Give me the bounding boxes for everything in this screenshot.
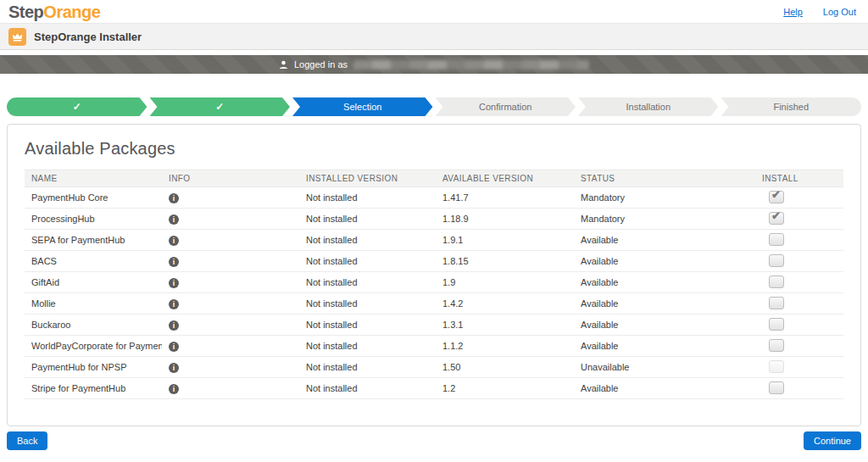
install-checkbox[interactable] [769, 318, 784, 331]
table-row: BuckarooiNot installed1.3.1Available [25, 314, 843, 336]
status-label: Available [574, 383, 709, 393]
info-cell: i [162, 320, 299, 331]
install-checkbox[interactable] [769, 212, 784, 225]
table-row: PaymentHub for NPSPiNot installed1.50Una… [25, 357, 843, 378]
wizard-step-label: Confirmation [479, 102, 531, 112]
logout-link[interactable]: Log Out [823, 7, 856, 17]
table-row: ProcessingHubiNot installed1.18.9Mandato… [25, 209, 843, 230]
install-checkbox[interactable] [769, 254, 784, 267]
wizard-step-label: Selection [343, 102, 381, 112]
installed-version: Not installed [299, 298, 436, 309]
install-cell [709, 318, 843, 332]
check-icon: ✓ [73, 101, 81, 113]
available-version: 1.41.7 [436, 192, 574, 203]
top-bar: StepOrange Help Log Out [0, 0, 868, 24]
info-cell: i [162, 277, 299, 288]
packages-table-body: PaymentHub CoreiNot installed1.41.7Manda… [25, 187, 843, 399]
available-version: 1.50 [436, 362, 574, 372]
package-name: SEPA for PaymentHub [25, 235, 162, 245]
available-version: 1.4.2 [436, 298, 574, 309]
available-version: 1.18.9 [436, 214, 574, 224]
logo-text-step: Step [8, 3, 43, 21]
info-icon[interactable]: i [169, 363, 179, 373]
info-icon[interactable]: i [169, 384, 179, 394]
package-name: BACS [25, 256, 162, 266]
installed-version: Not installed [299, 235, 436, 245]
install-cell [709, 254, 843, 269]
package-name: GiftAid [25, 277, 162, 287]
info-cell: i [162, 214, 299, 225]
available-version: 1.8.15 [436, 256, 574, 266]
status-label: Available [574, 256, 709, 266]
help-link[interactable]: Help [783, 7, 803, 17]
package-name: Mollie [25, 298, 162, 309]
info-icon[interactable]: i [169, 236, 179, 246]
status-label: Available [574, 298, 709, 309]
install-cell [709, 233, 843, 248]
packages-table: NAME INFO INSTALLED VERSION AVAILABLE VE… [25, 170, 843, 399]
status-label: Unavailable [574, 362, 709, 372]
continue-button[interactable]: Continue [804, 431, 861, 450]
logged-in-bar: Logged in as [0, 55, 868, 74]
info-cell: i [162, 298, 299, 309]
info-cell: i [162, 235, 299, 246]
available-version: 1.2 [436, 383, 574, 393]
package-name: ProcessingHub [25, 214, 162, 224]
logo-text-orange: Orange [43, 3, 100, 21]
wizard-step-done-2: ✓ [150, 97, 291, 116]
installed-version: Not installed [299, 277, 436, 287]
info-icon[interactable]: i [169, 257, 179, 267]
status-label: Available [574, 235, 709, 245]
installed-version: Not installed [299, 214, 436, 224]
wizard-step-done-1: ✓ [7, 97, 147, 116]
install-checkbox[interactable] [769, 381, 784, 394]
app-title: StepOrange Installer [34, 31, 142, 43]
col-header-info: INFO [162, 174, 299, 183]
logged-in-user-redacted [353, 60, 589, 70]
app-header: StepOrange Installer [0, 24, 868, 50]
info-cell: i [162, 256, 299, 267]
back-button[interactable]: Back [7, 431, 47, 450]
package-name: Stripe for PaymentHub [25, 383, 162, 393]
col-header-install: INSTALL [709, 174, 843, 183]
available-version: 1.9.1 [436, 235, 574, 245]
install-checkbox[interactable] [769, 297, 784, 309]
wizard-step-confirmation: Confirmation [436, 97, 576, 116]
wizard-step-selection: Selection [292, 97, 433, 116]
wizard-step-label: Installation [626, 102, 670, 112]
install-checkbox[interactable] [769, 191, 784, 203]
col-header-status: STATUS [574, 174, 709, 183]
installed-version: Not installed [299, 341, 436, 351]
table-row: WorldPayCorporate for PaymentHubiNot ins… [25, 336, 843, 357]
info-cell: i [162, 192, 299, 203]
table-row: MollieiNot installed1.4.2Available [25, 293, 843, 314]
page-title: Available Packages [25, 139, 843, 159]
info-icon[interactable]: i [169, 299, 179, 309]
install-checkbox[interactable] [769, 233, 784, 246]
status-label: Available [574, 277, 709, 287]
installed-version: Not installed [299, 320, 436, 330]
available-version: 1.3.1 [436, 320, 574, 330]
steporange-logo: StepOrange [8, 0, 100, 24]
info-icon[interactable]: i [169, 342, 179, 352]
info-icon[interactable]: i [169, 214, 179, 225]
install-checkbox[interactable] [769, 339, 784, 352]
info-icon[interactable]: i [169, 278, 179, 288]
info-icon[interactable]: i [169, 320, 179, 331]
col-header-name: NAME [25, 174, 162, 183]
crown-icon [8, 28, 26, 46]
install-cell [709, 212, 843, 226]
package-name: PaymentHub Core [25, 192, 162, 203]
col-header-available-version: AVAILABLE VERSION [436, 174, 574, 183]
package-name: WorldPayCorporate for PaymentHub [25, 341, 162, 351]
install-checkbox[interactable] [769, 276, 784, 288]
table-row: GiftAidiNot installed1.9Available [25, 272, 843, 293]
installed-version: Not installed [299, 383, 436, 393]
install-cell [709, 297, 843, 311]
table-row: BACSiNot installed1.8.15Available [25, 251, 843, 272]
install-cell [709, 381, 843, 396]
available-packages-panel: Available Packages NAME INFO INSTALLED V… [7, 124, 861, 426]
info-icon[interactable]: i [169, 193, 179, 203]
packages-table-header: NAME INFO INSTALLED VERSION AVAILABLE VE… [25, 170, 843, 187]
install-cell [709, 276, 843, 290]
